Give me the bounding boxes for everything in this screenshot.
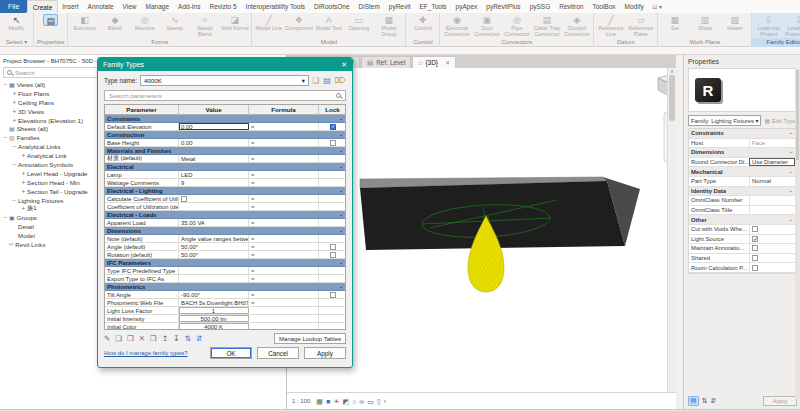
parameter-section-materials-and-finishes[interactable]: Materials and Finishes▪ [105,147,345,155]
tree-expander[interactable]: + [20,205,27,212]
checkbox[interactable] [752,265,758,271]
ribbon-tab-create[interactable]: Create [27,0,58,13]
tree-expander[interactable]: + [20,179,27,186]
scrollbar-thumb[interactable] [669,75,675,121]
rename-type-icon[interactable]: ▤ [323,77,331,85]
parameter-section-photometrics[interactable]: Photometrics▪ [105,283,345,291]
property-value[interactable] [749,263,795,272]
parameter-formula[interactable] [249,323,319,330]
temporary-hide-isolate-icon[interactable]: ∞ [359,398,364,405]
parameter-value[interactable]: LED [179,171,249,178]
model-line-button[interactable]: ╱Model Line [254,14,283,38]
tree-expander[interactable]: − [2,81,9,88]
set-button[interactable]: ▦Set [660,14,689,38]
cancel-button[interactable]: Cancel [257,347,299,359]
properties-section-identity-data[interactable]: Identity Data▪ [689,187,795,197]
edit-parameter-icon[interactable]: ✎ [104,335,110,343]
checkbox[interactable] [752,236,758,242]
parameter-section-ifc-parameters[interactable]: IFC Parameters▪ [105,259,345,267]
family-selector-dropdown[interactable]: Family: Lighting Fixtures ▾ [688,115,761,126]
parameter-formula[interactable]: = [249,179,319,186]
parameter-formula[interactable]: = [249,299,319,306]
ribbon-tab-distem[interactable]: DiStem [354,0,384,13]
extrusion-button[interactable]: ◧Extrusion [70,14,99,38]
parameter-section-constraints[interactable]: Constraints▪ [105,115,345,123]
new-parameter-icon[interactable]: ❏ [115,335,122,343]
item-button[interactable]: ▤ [36,14,65,38]
render-icon[interactable]: ⌂ [352,398,356,405]
tree-expander[interactable]: + [20,170,27,177]
parameter-value[interactable]: 0.00 [179,139,249,146]
tree-expander[interactable]: + [20,152,27,159]
move-down-icon[interactable]: ↧ [173,335,179,343]
properties-section-constraints[interactable]: Constraints▪ [689,129,795,139]
ribbon-tab-pyapex[interactable]: pyApex [451,0,482,13]
properties-filter-icon[interactable]: ▤ [688,396,699,406]
parameter-value[interactable]: 35.00 VA [179,219,249,226]
property-value[interactable]: Face [749,139,795,148]
apply-button[interactable]: Apply [304,347,346,359]
close-icon[interactable]: ✕ [445,59,450,66]
help-link[interactable]: How do I manage family types? [104,350,188,356]
reveal-hidden-icon[interactable]: ‹ [384,398,386,405]
visual-style-icon[interactable]: ■ [326,398,330,405]
ribbon-tab-pyrevitplus[interactable]: pyRevitPlus [482,0,525,13]
parameter-value[interactable]: 50.00° [179,251,249,258]
tree-expander[interactable]: + [11,108,18,115]
vertical-scrollbar[interactable]: ∧ [667,68,676,392]
swept-blend-button[interactable]: ≈Swept Blend [190,14,219,38]
checkbox[interactable] [181,196,187,202]
modify-button[interactable]: ↖Modify [2,14,31,38]
opening-button[interactable]: ▭Opening [344,14,373,38]
checkbox[interactable] [752,245,758,251]
load-into-project-button[interactable]: ⇩Load into Project [754,14,783,38]
ribbon-tab-toolbox[interactable]: ToolBox [588,0,620,13]
tree-expander[interactable]: + [11,99,18,106]
ribbon-tab-annotate[interactable]: Annotate [83,0,118,13]
lock-checkbox[interactable] [330,252,336,258]
parameter-value[interactable]: 4000 K [179,323,249,330]
property-value[interactable] [749,254,795,263]
parameter-formula[interactable]: = [249,203,319,210]
parameter-section-electrical-loads[interactable]: Electrical - Loads▪ [105,211,345,219]
duplicate-parameter-icon[interactable]: ❐ [127,335,134,343]
close-icon[interactable]: ✕ [341,61,347,69]
reference-plane-button[interactable]: ▱Reference Plane [626,14,655,38]
parameter-value[interactable]: 9 [179,179,249,186]
tree-expander[interactable]: − [2,214,9,221]
ribbon-tab-dirootsone[interactable]: DiRootsOne [310,0,354,13]
parameter-formula[interactable]: = [249,251,319,258]
parameter-value[interactable] [179,267,249,274]
tree-expander[interactable]: − [11,197,18,204]
parameter-formula[interactable] [249,307,319,314]
tree-expander[interactable]: − [2,134,9,141]
tree-expander[interactable]: + [11,90,18,97]
move-up-icon[interactable]: ↥ [162,335,168,343]
type-preview[interactable]: R [688,68,796,112]
pipe-connector-button[interactable]: ◎Pipe Connector [502,14,531,38]
parameter-section-construction[interactable]: Construction▪ [105,131,345,139]
property-value[interactable] [749,196,795,205]
ribbon-tab-add-ins[interactable]: Add-Ins [174,0,205,13]
tree-expander[interactable]: − [11,161,18,168]
parameter-value[interactable]: Angle value ranges between 6° [179,235,249,242]
reference-line-button[interactable]: ╱Reference Line [596,14,625,38]
model-group-button[interactable]: ▦Model Group [374,14,403,38]
parameter-formula[interactable]: = [249,139,319,146]
sort-descending-icon[interactable]: ⇵ [196,335,202,343]
parameter-formula[interactable]: = [249,267,319,274]
show-button[interactable]: ▥Show [690,14,719,38]
void-forms-button[interactable]: ◪Void Forms [220,14,249,38]
parameter-search-input[interactable]: Search parameters [104,90,346,101]
parameter-value[interactable]: 50.00° [179,243,249,250]
checkbox[interactable] [752,226,758,232]
parameter-value[interactable]: BACH 5s Downlight BH07075 [179,299,249,306]
properties-section-dimensions[interactable]: Dimensions▪ [689,148,795,158]
property-value[interactable]: Use Diameter [749,158,795,167]
sort-ascending-icon[interactable]: ⇅ [184,335,190,343]
ribbon-display-toggle[interactable]: ⊡ ▾ [648,0,666,13]
ribbon-tab-manage[interactable]: Manage [141,0,174,13]
viewer-button[interactable]: ▧Viewer [720,14,749,38]
parameter-formula[interactable]: = [249,195,319,202]
load-into-project-and-close-button[interactable]: ⇩Load into Project and Close [784,14,800,38]
